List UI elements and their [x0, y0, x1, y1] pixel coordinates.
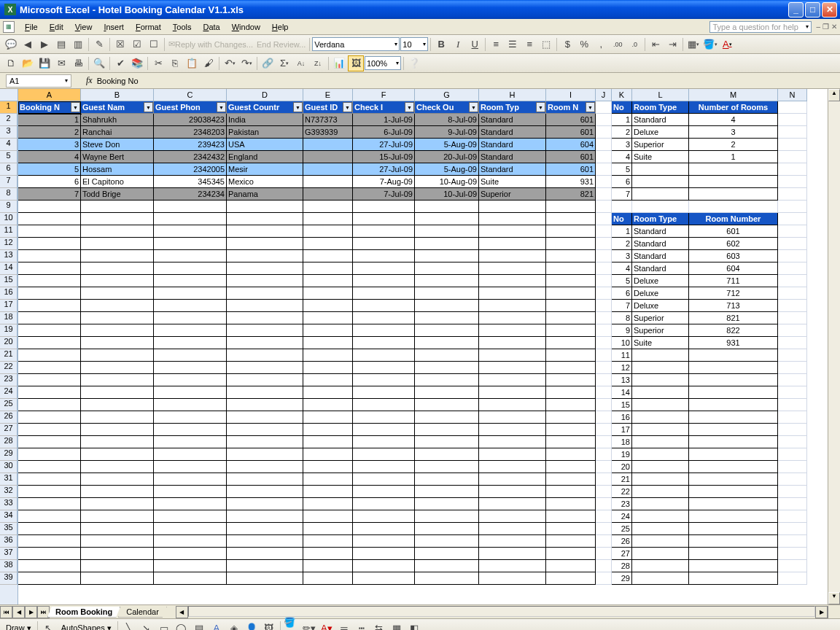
maximize-button[interactable]: □ [805, 2, 820, 18]
cell[interactable] [596, 473, 612, 486]
cell[interactable] [546, 275, 596, 287]
cell[interactable] [81, 201, 154, 213]
rectangle-icon[interactable]: ▭ [156, 620, 172, 630]
row-header-28[interactable]: 28 [0, 436, 18, 448]
room-number-cell[interactable]: Deluxe [632, 300, 689, 312]
cell[interactable] [18, 362, 81, 374]
track-icon[interactable]: ☒ [112, 36, 128, 52]
cell[interactable] [596, 399, 612, 411]
cell[interactable] [154, 473, 227, 486]
filter-icon[interactable]: ▼ [217, 102, 226, 112]
cell[interactable] [479, 560, 546, 572]
cell[interactable] [596, 163, 612, 176]
cell[interactable] [18, 312, 81, 324]
fx-icon[interactable]: fx [86, 75, 93, 86]
cell[interactable] [479, 337, 546, 349]
cell[interactable] [18, 399, 81, 411]
booking-cell[interactable]: 931 [546, 176, 596, 188]
cell[interactable] [415, 262, 479, 275]
room-number-cell[interactable]: Standard [632, 262, 689, 275]
cell[interactable] [227, 262, 303, 275]
row-header-30[interactable]: 30 [0, 461, 18, 473]
room-type-cell[interactable]: Deluxe [632, 126, 689, 139]
cell[interactable] [596, 114, 612, 126]
room-number-table-header[interactable]: No [612, 213, 632, 225]
cell[interactable] [303, 523, 353, 535]
cell[interactable] [303, 436, 353, 448]
cell[interactable] [18, 535, 81, 548]
zoom-select[interactable]: 100%▾ [365, 56, 401, 70]
cell[interactable] [227, 275, 303, 287]
cell[interactable] [303, 399, 353, 411]
cell[interactable] [778, 163, 807, 176]
cell[interactable] [479, 201, 546, 213]
prev-icon[interactable]: ◀ [20, 36, 36, 52]
cell[interactable] [81, 287, 154, 300]
column-header-B[interactable]: B [81, 89, 154, 101]
booking-cell[interactable]: Shahrukh [81, 114, 154, 126]
cell[interactable] [353, 560, 415, 572]
cell[interactable] [479, 436, 546, 448]
cell[interactable] [154, 498, 227, 510]
cell[interactable] [353, 498, 415, 510]
row-header-10[interactable]: 10 [0, 213, 18, 225]
booking-cell[interactable]: 7-Jul-09 [353, 188, 415, 201]
room-number-cell[interactable]: 2 [612, 238, 632, 250]
sheet-tab-calendar[interactable]: Calendar [118, 607, 167, 618]
align-center-icon[interactable]: ☰ [505, 36, 521, 52]
room-number-cell[interactable] [689, 560, 778, 572]
booking-header[interactable]: Check Ou▼ [415, 101, 479, 114]
format-painter-icon[interactable]: 🖌 [201, 55, 217, 71]
cell[interactable] [154, 312, 227, 324]
room-type-cell[interactable]: 7 [612, 188, 632, 201]
font-size-select[interactable]: 10▾ [400, 37, 428, 51]
row-header-5[interactable]: 5 [0, 151, 18, 163]
cell[interactable] [81, 510, 154, 523]
column-header-F[interactable]: F [353, 89, 415, 101]
room-type-table-header[interactable]: Room Type [632, 101, 689, 114]
cell[interactable] [778, 362, 807, 374]
dash-style-icon[interactable]: ┅ [354, 620, 370, 630]
research-icon[interactable]: 📚 [129, 55, 145, 71]
cell[interactable] [546, 213, 596, 225]
cell[interactable] [227, 486, 303, 498]
booking-cell[interactable]: 15-Jul-09 [353, 151, 415, 163]
vertical-scrollbar[interactable]: ▲ ▼ [828, 89, 840, 604]
help-search-input[interactable]: Type a question for help ▾ [709, 21, 812, 33]
cell[interactable] [154, 448, 227, 461]
cell[interactable] [303, 275, 353, 287]
cell[interactable] [18, 238, 81, 250]
booking-cell[interactable]: Pakistan [227, 126, 303, 139]
row-header-2[interactable]: 2 [0, 114, 18, 126]
booking-cell[interactable]: 601 [546, 151, 596, 163]
cell[interactable] [154, 461, 227, 473]
cell[interactable] [227, 300, 303, 312]
spelling-icon[interactable]: ✔ [112, 55, 128, 71]
cell[interactable] [303, 498, 353, 510]
cell[interactable] [303, 448, 353, 461]
cell[interactable] [227, 548, 303, 560]
cell[interactable] [227, 498, 303, 510]
cell[interactable] [415, 572, 479, 585]
room-number-cell[interactable]: 8 [612, 312, 632, 324]
row-header-1[interactable]: 1 [0, 101, 18, 114]
cell[interactable] [596, 337, 612, 349]
cell[interactable] [81, 362, 154, 374]
cell[interactable] [154, 238, 227, 250]
cell[interactable] [479, 324, 546, 337]
column-header-M[interactable]: M [689, 89, 778, 101]
cell[interactable] [778, 486, 807, 498]
room-number-cell[interactable]: Suite [632, 337, 689, 349]
cell[interactable] [227, 461, 303, 473]
cell[interactable] [778, 572, 807, 585]
clipart-icon[interactable]: 👤 [244, 620, 260, 630]
cell[interactable] [546, 337, 596, 349]
cell[interactable] [546, 201, 596, 213]
line-style-icon[interactable]: ═ [336, 620, 352, 630]
cell[interactable] [303, 312, 353, 324]
cell[interactable] [18, 572, 81, 585]
cell[interactable] [596, 324, 612, 337]
room-number-cell[interactable]: 19 [612, 448, 632, 461]
cell[interactable] [353, 461, 415, 473]
booking-cell[interactable]: 27-Jul-09 [353, 163, 415, 176]
